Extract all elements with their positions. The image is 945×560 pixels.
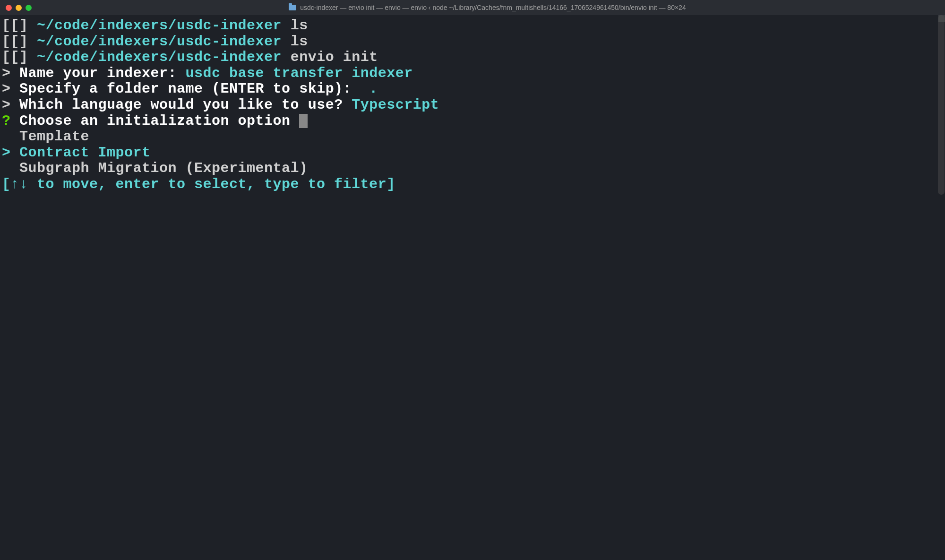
- qa-folder: > Specify a folder name (ENTER to skip):…: [2, 81, 943, 97]
- scrollbar-thumb[interactable]: [938, 15, 945, 195]
- language-label: Which language would you like to use?: [19, 97, 352, 113]
- prompt-bracket: [[]: [2, 17, 37, 34]
- prompt-bracket: [[]: [2, 49, 37, 65]
- cursor: [299, 114, 308, 128]
- option-template[interactable]: Template: [2, 129, 943, 145]
- qa-language: > Which language would you like to use? …: [2, 97, 943, 113]
- prompt-path: ~/code/indexers/usdc-indexer: [37, 34, 282, 50]
- option-contract-import[interactable]: > Contract Import: [2, 145, 943, 161]
- command-ls-2: ls: [291, 34, 308, 50]
- option-subgraph-migration[interactable]: Subgraph Migration (Experimental): [2, 161, 943, 177]
- traffic-lights: [6, 5, 32, 11]
- prompt-line-2: [[] ~/code/indexers/usdc-indexer ls: [2, 34, 943, 50]
- hint-text: [↑↓ to move, enter to select, type to fi…: [2, 176, 395, 192]
- option-template-label: Template: [19, 129, 89, 145]
- prompt-bracket: [[]: [2, 34, 37, 50]
- init-option-label: Choose an initialization option: [19, 113, 299, 129]
- answered-marker: >: [2, 81, 11, 97]
- terminal-output[interactable]: [[] ~/code/indexers/usdc-indexer ls [[] …: [0, 15, 945, 196]
- name-label: Name your indexer:: [19, 65, 186, 81]
- folder-label: Specify a folder name (ENTER to skip):: [19, 81, 369, 97]
- question-marker: ?: [2, 113, 11, 129]
- option-indent: [2, 160, 19, 176]
- scrollbar-track[interactable]: [937, 15, 945, 560]
- prompt-path: ~/code/indexers/usdc-indexer: [37, 49, 282, 65]
- title-wrap: usdc-indexer — envio init — envio — envi…: [35, 4, 939, 11]
- command-envio-init: envio init: [291, 49, 378, 65]
- option-subgraph-label: Subgraph Migration (Experimental): [19, 160, 308, 176]
- folder-answer: .: [369, 81, 378, 97]
- close-button[interactable]: [6, 5, 12, 11]
- window-title: usdc-indexer — envio init — envio — envi…: [300, 4, 686, 11]
- answered-marker: >: [2, 97, 11, 113]
- titlebar: usdc-indexer — envio init — envio — envi…: [0, 0, 945, 15]
- command-ls-1: ls: [291, 17, 308, 34]
- option-contract-import-label: Contract Import: [19, 145, 151, 161]
- maximize-button[interactable]: [26, 5, 32, 11]
- qa-name: > Name your indexer: usdc base transfer …: [2, 66, 943, 82]
- name-answer: usdc base transfer indexer: [186, 65, 413, 81]
- minimize-button[interactable]: [16, 5, 22, 11]
- prompt-path: ~/code/indexers/usdc-indexer: [37, 17, 282, 34]
- prompt-line-3: [[] ~/code/indexers/usdc-indexer envio i…: [2, 50, 943, 66]
- folder-icon: [289, 5, 296, 10]
- selection-marker: >: [2, 145, 19, 161]
- option-indent: [2, 129, 19, 145]
- navigation-hint: [↑↓ to move, enter to select, type to fi…: [2, 177, 943, 193]
- language-answer: Typescript: [352, 97, 439, 113]
- qa-init-option: ? Choose an initialization option: [2, 113, 943, 129]
- answered-marker: >: [2, 65, 11, 81]
- prompt-line-1: [[] ~/code/indexers/usdc-indexer ls: [2, 18, 943, 34]
